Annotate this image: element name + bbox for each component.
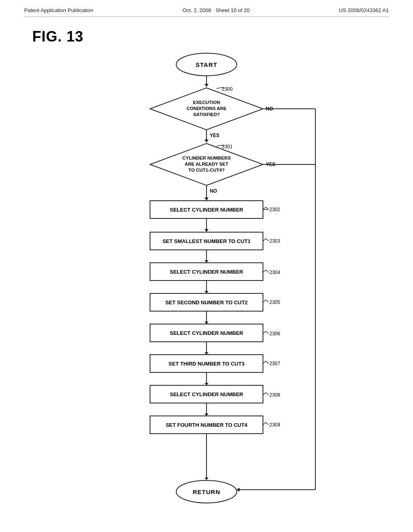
ref-2305: 2305	[269, 299, 280, 305]
svg-marker-30	[204, 478, 209, 480]
svg-marker-16	[204, 229, 209, 232]
svg-marker-9	[204, 139, 209, 143]
page-header: Patent Application Publication Oct. 2, 2…	[0, 0, 413, 13]
rect-2302-text: SELECT CYLINDER NUMBER	[170, 207, 244, 213]
rect-2308-text: SELECT CYLINDER NUMBER	[170, 391, 244, 397]
ref-2308: 2308	[269, 392, 280, 398]
return-label: RETURN	[193, 488, 221, 495]
ref-2309: 2309	[269, 422, 280, 428]
rect-2305-text: SET SECOND NUMBER TO CUT2	[165, 299, 248, 305]
diamond-2301-line2: ARE ALREADY SET	[185, 162, 228, 166]
ref-2306: 2306	[269, 331, 280, 337]
header-left: Patent Application Publication	[24, 7, 93, 13]
rect-2307-text: SET THIRD NUMBER TO CUT3	[169, 361, 244, 367]
ref-2302: 2302	[269, 207, 280, 212]
svg-marker-13	[204, 197, 209, 201]
ref-2304: 2304	[269, 270, 280, 275]
diamond-2301-line3: TO CUT1-CUT4?	[188, 168, 225, 172]
rect-2309-text: SET FOURTH NUMBER TO CUT4	[166, 422, 248, 428]
ref-2300: 2300	[222, 86, 233, 92]
header-right: US 2008/0243362 A1	[339, 7, 389, 13]
svg-marker-2	[204, 84, 209, 87]
figure-title: FIG. 13	[32, 28, 83, 45]
yes-label-2300: YES	[210, 133, 219, 138]
diamond-2300-line2: CONDITIONS ARE	[186, 106, 227, 111]
diamond-2301-line1: CYLINDER NUMBERS	[182, 156, 231, 160]
start-label: START	[196, 61, 217, 68]
header-divider	[24, 17, 389, 17]
header-center: Oct. 2, 2008 Sheet 10 of 20	[183, 7, 250, 13]
flowchart-container: START 2300 EXECUTION CONDITIONS ARE SATI…	[65, 48, 348, 516]
diamond-2300-line1: EXECUTION	[193, 100, 220, 105]
rect-2304-text: SELECT CYLINDER NUMBER	[170, 269, 244, 275]
rect-2306-text: SELECT CYLINDER NUMBER	[170, 330, 244, 336]
ref-2303: 2303	[269, 238, 280, 244]
ref-2301: 2301	[222, 144, 233, 150]
diamond-2300-line3: SATISFIED?	[193, 112, 220, 117]
flowchart-svg: START 2300 EXECUTION CONDITIONS ARE SATI…	[65, 48, 348, 516]
ref-2307: 2307	[269, 361, 280, 366]
rect-2303-text: SET SMALLEST NUMBER TO CUT1	[163, 238, 251, 244]
no-label-2301: NO	[210, 188, 217, 194]
